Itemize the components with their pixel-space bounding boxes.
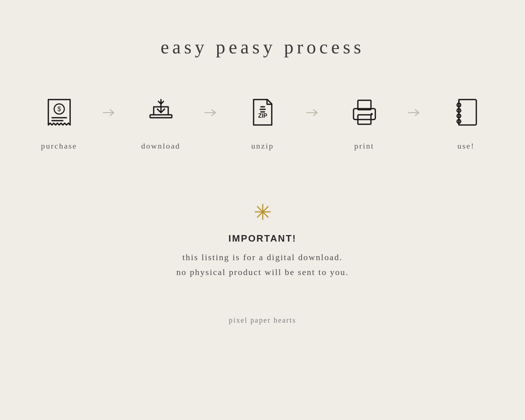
important-line2: no physical product will be sent to you. — [176, 267, 349, 277]
step-print: print — [328, 94, 401, 151]
page-title: easy peasy process — [161, 36, 364, 58]
zip-icon: ZIP — [245, 94, 281, 130]
print-label: print — [354, 141, 374, 151]
svg-rect-19 — [459, 100, 476, 125]
important-line1: this listing is for a digital download. — [182, 253, 343, 262]
arrow-2 — [197, 107, 226, 138]
arrow-4 — [401, 107, 430, 138]
svg-text:$: $ — [57, 105, 61, 113]
notebook-icon — [448, 94, 484, 130]
svg-text:ZIP: ZIP — [258, 113, 267, 119]
footer-brand: pixel paper hearts — [229, 316, 296, 324]
step-use: use! — [430, 94, 502, 151]
step-unzip: ZIP unzip — [226, 94, 299, 151]
arrow-1 — [96, 107, 125, 138]
arrow-3 — [299, 107, 328, 138]
asterisk-icon: ✳ — [254, 202, 272, 223]
unzip-label: unzip — [251, 141, 274, 151]
important-text: this listing is for a digital download. … — [176, 250, 349, 280]
use-label: use! — [457, 141, 474, 151]
printer-icon — [346, 94, 383, 130]
svg-point-17 — [371, 113, 373, 115]
step-purchase: $ purchase — [23, 94, 96, 151]
purchase-label: purchase — [41, 141, 77, 151]
important-section: ✳ IMPORTANT! this listing is for a digit… — [176, 202, 349, 280]
process-row: $ purchase — [23, 94, 502, 151]
step-download: download — [125, 94, 197, 151]
download-label: download — [141, 141, 181, 151]
important-title: IMPORTANT! — [229, 233, 296, 244]
receipt-icon: $ — [41, 94, 77, 130]
download-icon — [143, 94, 179, 130]
page-container: easy peasy process $ purchase — [0, 0, 525, 420]
